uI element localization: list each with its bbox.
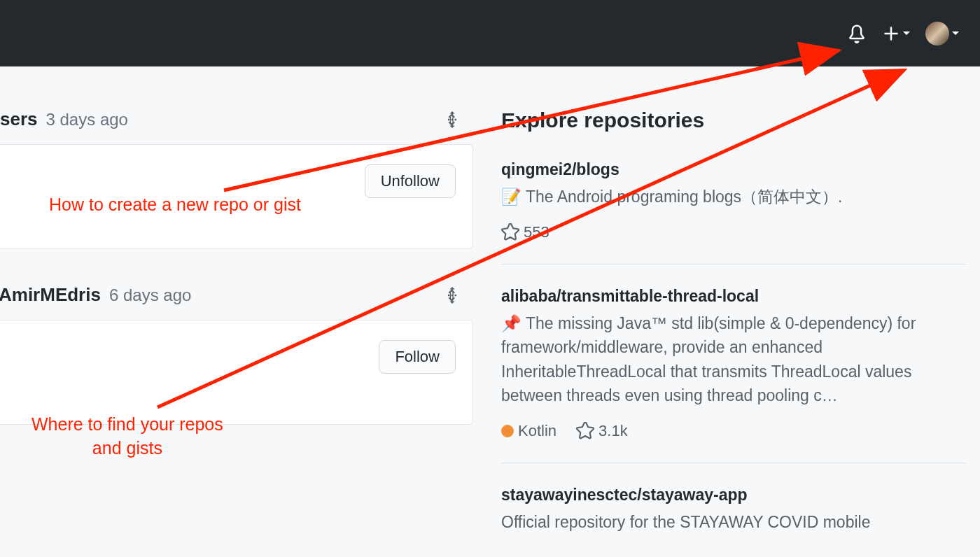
follow-button[interactable]: Follow [379,340,456,374]
repo-stars[interactable]: 553 [501,223,550,241]
explore-repo-item: alibaba/transmittable-thread-local 📌 The… [501,287,967,463]
star-icon [501,223,519,241]
plus-icon [882,24,900,43]
repo-language: Kotlin [501,422,556,440]
notifications-button[interactable] [847,24,867,43]
bell-icon [847,24,867,43]
activity-feed: sers 3 days ago Unfollow AmirMEdris 6 da… [0,66,473,557]
avatar [925,22,949,45]
explore-heading: Explore repositories [501,108,980,132]
repo-name-link[interactable]: stayawayinesctec/stayaway-app [501,486,967,505]
language-color-dot [501,425,514,437]
page-content: sers 3 days ago Unfollow AmirMEdris 6 da… [0,66,980,557]
reorder-icon[interactable] [445,111,459,128]
unfollow-button[interactable]: Unfollow [365,164,456,198]
repo-name-link[interactable]: alibaba/transmittable-thread-local [501,287,967,306]
language-name: Kotlin [518,422,556,440]
repo-description: 📝 The Android programing blogs（简体中文）. [501,185,967,209]
repo-meta: Kotlin 3.1k [501,422,967,440]
feed-item-timestamp: 3 days ago [46,110,128,129]
repo-stars[interactable]: 3.1k [576,422,628,440]
caret-down-icon [952,31,959,35]
feed-item-header: sers 3 days ago [0,108,473,144]
explore-repo-item: stayawayinesctec/stayaway-app Official r… [501,486,967,558]
repo-description: Official repository for the STAYAWAY COV… [501,510,967,535]
feed-card: Follow [0,320,473,425]
feed-card: Unfollow [0,144,473,249]
explore-repo-item: qingmei2/blogs 📝 The Android programing … [501,160,967,265]
feed-item-title[interactable]: AmirMEdris [0,284,101,306]
star-count: 3.1k [598,422,628,440]
explore-repositories: Explore repositories qingmei2/blogs 📝 Th… [473,66,980,557]
feed-item-title[interactable]: sers [0,108,38,130]
star-icon [576,422,594,440]
create-new-dropdown[interactable] [882,24,910,43]
feed-item-timestamp: 6 days ago [109,285,191,305]
profile-dropdown[interactable] [925,22,959,45]
reorder-icon[interactable] [445,287,459,304]
star-count: 553 [524,223,550,241]
global-header [0,0,980,66]
repo-description: 📌 The missing Java™ std lib(simple & 0-d… [501,311,967,408]
caret-down-icon [903,31,910,35]
repo-name-link[interactable]: qingmei2/blogs [501,160,967,179]
repo-meta: 553 [501,223,967,241]
feed-item-header: AmirMEdris 6 days ago [0,284,473,320]
